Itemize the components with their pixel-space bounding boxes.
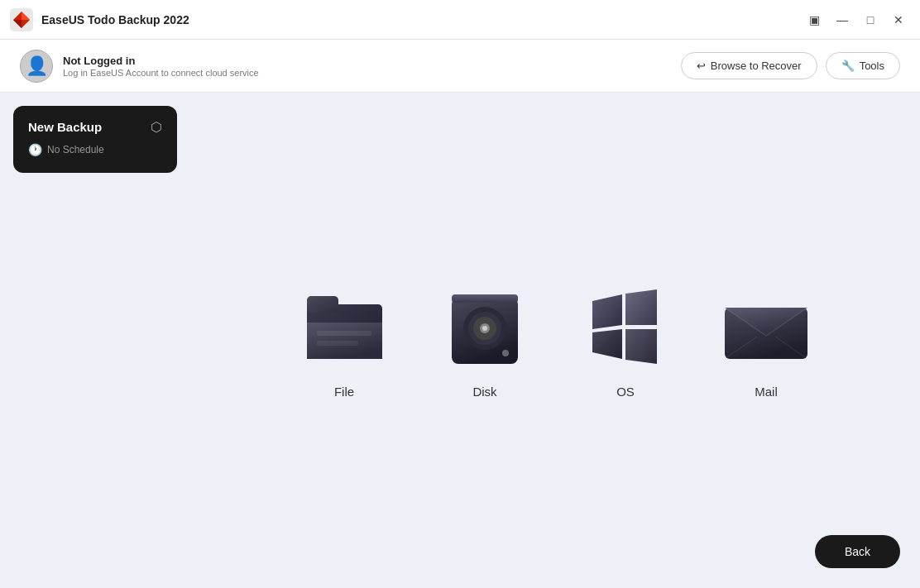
app-logo (10, 8, 33, 31)
backup-type-os[interactable]: OS (580, 282, 671, 399)
login-status: Not Logged in (63, 55, 259, 67)
user-icon: 👤 (26, 55, 48, 77)
user-info: 👤 Not Logged in Log in EaseUS Account to… (20, 50, 259, 83)
svg-rect-7 (317, 331, 371, 336)
backup-card-title: New Backup (28, 120, 102, 134)
svg-rect-10 (452, 294, 518, 303)
content-area: File (190, 93, 920, 588)
backup-edit-icon[interactable]: ⬡ (151, 119, 162, 135)
mail-label: Mail (755, 385, 778, 399)
minimize-button[interactable]: — (831, 8, 854, 31)
window-controls: ▣ — □ ✕ (803, 8, 910, 31)
maximize-button[interactable]: □ (859, 8, 882, 31)
backup-types: File (299, 282, 812, 399)
back-btn-container: Back (815, 535, 900, 568)
login-description: Log in EaseUS Account to connect cloud s… (63, 68, 259, 78)
mail-icon (722, 291, 810, 364)
svg-point-15 (482, 326, 487, 331)
backup-type-mail[interactable]: Mail (721, 282, 812, 399)
disk-icon (448, 283, 522, 372)
svg-rect-8 (317, 341, 358, 346)
mail-icon-wrapper (721, 282, 812, 373)
backup-type-disk[interactable]: Disk (439, 282, 530, 399)
file-icon (305, 291, 384, 364)
back-button[interactable]: Back (815, 535, 900, 568)
close-button[interactable]: ✕ (887, 8, 910, 31)
backup-type-file[interactable]: File (299, 282, 390, 399)
file-icon-wrapper (299, 282, 390, 373)
svg-point-16 (502, 350, 509, 356)
os-icon-wrapper (580, 282, 671, 373)
os-label: OS (616, 385, 635, 399)
svg-marker-19 (592, 329, 622, 359)
clock-icon: 🕐 (28, 143, 42, 156)
user-text: Not Logged in Log in EaseUS Account to c… (63, 55, 259, 78)
svg-marker-18 (625, 289, 657, 325)
backup-schedule: 🕐 No Schedule (28, 143, 162, 156)
tools-label: Tools (860, 60, 884, 72)
header-bar: 👤 Not Logged in Log in EaseUS Account to… (0, 40, 920, 93)
os-icon (584, 286, 667, 369)
tools-icon: 🔧 (841, 60, 855, 72)
backup-card-header: New Backup ⬡ (28, 119, 162, 135)
disk-icon-wrapper (439, 282, 530, 373)
app-title: EaseUS Todo Backup 2022 (41, 13, 189, 26)
svg-marker-17 (592, 294, 622, 329)
tools-button[interactable]: 🔧 Tools (826, 52, 900, 79)
sidebar: New Backup ⬡ 🕐 No Schedule (0, 93, 190, 588)
avatar: 👤 (20, 50, 53, 83)
file-label: File (334, 385, 354, 399)
browse-to-recover-label: Browse to Recover (711, 60, 802, 72)
browse-to-recover-button[interactable]: ↩ Browse to Recover (681, 52, 817, 79)
title-bar-left: EaseUS Todo Backup 2022 (10, 8, 189, 31)
title-bar: EaseUS Todo Backup 2022 ▣ — □ ✕ (0, 0, 920, 40)
svg-rect-5 (307, 296, 338, 313)
schedule-label: No Schedule (47, 144, 104, 155)
main-area: New Backup ⬡ 🕐 No Schedule (0, 93, 920, 588)
disk-label: Disk (472, 385, 496, 399)
taskbar-button[interactable]: ▣ (803, 8, 826, 31)
svg-marker-20 (625, 329, 657, 364)
browse-arrow-icon: ↩ (697, 60, 706, 72)
new-backup-card[interactable]: New Backup ⬡ 🕐 No Schedule (13, 106, 177, 173)
header-actions: ↩ Browse to Recover 🔧 Tools (681, 52, 900, 79)
